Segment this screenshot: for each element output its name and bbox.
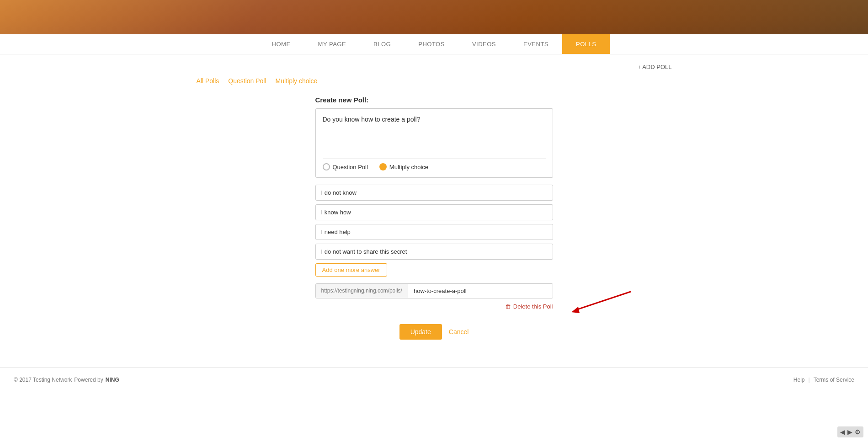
footer-left: © 2017 Testing Network Powered by NING — [14, 377, 119, 383]
svg-marker-1 — [571, 307, 580, 313]
url-row: https://testingning.ning.com/polls/ — [315, 283, 553, 298]
radio-multiply-choice[interactable] — [379, 163, 387, 170]
url-prefix: https://testingning.ning.com/polls/ — [316, 284, 408, 298]
nav-blog[interactable]: BLOG — [360, 34, 405, 54]
nav-polls[interactable]: POLLS — [562, 34, 610, 54]
delete-row: 🗑 Delete this Poll — [315, 303, 553, 310]
add-poll-button[interactable]: + ADD POLL — [638, 64, 672, 70]
poll-tabs: All Polls Question Poll Multiply choice — [197, 77, 672, 85]
form-title: Create new Poll: — [315, 96, 553, 104]
delete-poll-button[interactable]: 🗑 Delete this Poll — [505, 303, 553, 310]
tab-question-poll[interactable]: Question Poll — [228, 77, 266, 85]
nav-photos[interactable]: PHOTOS — [405, 34, 458, 54]
footer-right: Help | Terms of Service — [793, 377, 854, 383]
powered-by-text: Powered by — [74, 377, 103, 383]
nav-events[interactable]: EVENTS — [510, 34, 562, 54]
poll-question-box: Question Poll Multiply choice — [315, 108, 553, 178]
add-answer-button[interactable]: Add one more answer — [315, 263, 387, 277]
nav-home[interactable]: HOME — [258, 34, 304, 54]
label-multiply-choice: Multiply choice — [389, 164, 428, 170]
nav-my-page[interactable]: MY PAGE — [304, 34, 360, 54]
ning-logo: NING — [106, 377, 119, 383]
answer-input-4[interactable] — [315, 244, 553, 260]
option-multiply-choice[interactable]: Multiply choice — [379, 163, 428, 170]
terms-link[interactable]: Terms of Service — [814, 377, 854, 383]
option-question-poll[interactable]: Question Poll — [323, 163, 368, 170]
red-arrow-annotation — [562, 289, 635, 317]
poll-question-input[interactable] — [323, 116, 546, 152]
help-link[interactable]: Help — [793, 377, 805, 383]
tab-all-polls[interactable]: All Polls — [197, 77, 219, 85]
footer: © 2017 Testing Network Powered by NING H… — [0, 367, 868, 392]
main-nav: HOME MY PAGE BLOG PHOTOS VIDEOS EVENTS P… — [0, 34, 868, 54]
footer-divider-char: | — [809, 377, 810, 383]
answer-input-2[interactable] — [315, 204, 553, 220]
copyright-text: © 2017 Testing Network — [14, 377, 72, 383]
radio-question-poll[interactable] — [323, 163, 330, 170]
trash-icon: 🗑 — [505, 303, 511, 310]
poll-type-row: Question Poll Multiply choice — [323, 158, 546, 170]
answer-input-1[interactable] — [315, 185, 553, 201]
add-poll-row: + ADD POLL — [197, 64, 672, 70]
banner — [0, 0, 868, 34]
tab-multiply-choice[interactable]: Multiply choice — [276, 77, 318, 85]
action-row: Update Cancel — [315, 324, 553, 340]
update-button[interactable]: Update — [399, 324, 442, 340]
url-slug-input[interactable] — [408, 284, 553, 298]
nav-videos[interactable]: VIDEOS — [458, 34, 510, 54]
label-question-poll: Question Poll — [333, 164, 368, 170]
delete-poll-label: Delete this Poll — [513, 303, 553, 310]
poll-form: Create new Poll: Question Poll Multiply … — [315, 96, 553, 340]
answer-input-3[interactable] — [315, 224, 553, 240]
cancel-button[interactable]: Cancel — [449, 328, 469, 335]
main-content: + ADD POLL All Polls Question Poll Multi… — [183, 54, 686, 349]
form-divider — [315, 317, 553, 317]
svg-line-0 — [576, 292, 631, 310]
banner-overlay — [0, 0, 868, 34]
